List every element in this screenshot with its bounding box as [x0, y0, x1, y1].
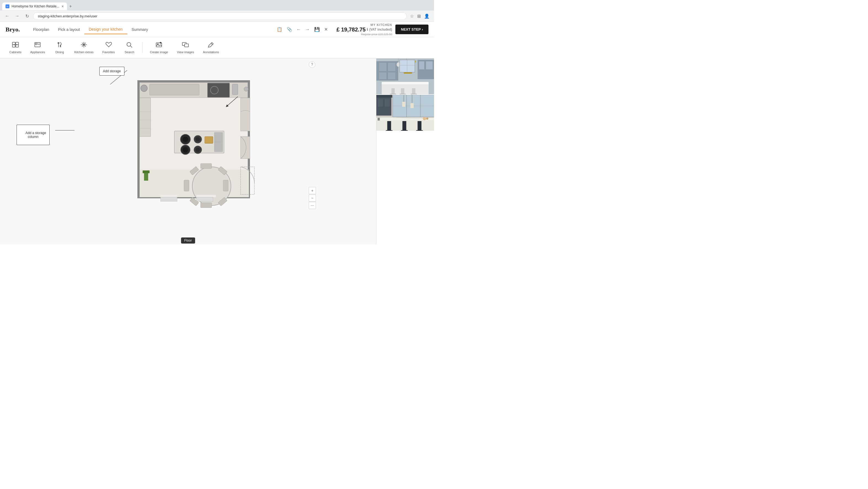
- kitchen-price-section: MY KITCHEN £ 19,782.75 ℹ (VAT included) …: [337, 23, 392, 36]
- svg-rect-111: [403, 121, 406, 131]
- svg-point-34: [141, 85, 147, 92]
- floorplan-container[interactable]: [133, 76, 266, 230]
- profile-icon[interactable]: 👤: [423, 12, 431, 20]
- add-storage-column-annotation: Add a storage column: [17, 125, 50, 145]
- svg-rect-62: [223, 180, 228, 191]
- toolbar-annotations[interactable]: Annotations: [199, 39, 223, 56]
- svg-point-5: [17, 44, 17, 45]
- svg-rect-83: [426, 61, 433, 69]
- toolbar-kitchen-extras[interactable]: Kitchen extras: [70, 39, 97, 56]
- add-storage-annotation: Add storage: [99, 67, 124, 75]
- forward-button[interactable]: →: [13, 12, 21, 20]
- svg-point-36: [244, 87, 248, 91]
- toolbar-dining[interactable]: Dining: [50, 39, 69, 56]
- svg-rect-77: [379, 72, 387, 79]
- floorplan-area[interactable]: Add storage Add a storage column: [0, 59, 376, 244]
- back-button[interactable]: ←: [3, 12, 11, 20]
- zoom-in-btn[interactable]: +: [309, 187, 316, 194]
- kitchen-extras-label: Kitchen extras: [74, 51, 94, 54]
- floor-label: Floor: [181, 237, 195, 243]
- svg-rect-90: [392, 88, 395, 94]
- svg-rect-59: [200, 164, 212, 168]
- tab-close-btn[interactable]: ×: [62, 4, 64, 8]
- svg-point-44: [183, 136, 188, 142]
- nav-floorplan[interactable]: Floorplan: [29, 25, 54, 34]
- nav-design-kitchen[interactable]: Design your kitchen: [85, 25, 127, 34]
- svg-rect-113: [418, 121, 422, 131]
- save-icon[interactable]: 💾: [313, 26, 321, 33]
- redo-icon[interactable]: →: [304, 26, 311, 33]
- svg-rect-31: [150, 84, 199, 95]
- regular-price: Regular price £20,325.50: [337, 33, 392, 36]
- toolbar-cabinets[interactable]: Cabinets: [5, 39, 25, 56]
- toolbar-view-images[interactable]: View images: [173, 39, 198, 56]
- svg-rect-84: [382, 83, 429, 94]
- kitchen-extras-icon: [81, 42, 87, 50]
- kitchen-price: £ 19,782.75 ℹ (VAT included): [337, 27, 392, 33]
- svg-rect-54: [241, 136, 250, 159]
- toolbar-create-image[interactable]: Create image: [146, 39, 172, 56]
- app-logo[interactable]: Bryo.: [5, 26, 20, 33]
- svg-point-46: [196, 137, 200, 141]
- regular-price-value: £20,325.50: [378, 33, 392, 36]
- view-images-icon: [182, 42, 189, 50]
- svg-rect-47: [205, 136, 213, 143]
- favorites-label: Favorites: [102, 51, 115, 54]
- svg-rect-57: [143, 170, 150, 173]
- zoom-fit-btn[interactable]: ⋯: [309, 202, 316, 209]
- toolbar: Cabinets Appliances Dining Kitchen extra…: [0, 37, 434, 59]
- svg-rect-70: [161, 197, 177, 201]
- svg-rect-60: [200, 203, 212, 208]
- reload-button[interactable]: ↻: [23, 12, 31, 20]
- next-step-button[interactable]: NEXT STEP ›: [395, 25, 429, 34]
- clipboard-icon[interactable]: 📎: [285, 26, 293, 33]
- note-icon[interactable]: 📋: [276, 26, 283, 33]
- svg-rect-85: [382, 82, 429, 84]
- svg-rect-82: [419, 61, 425, 69]
- view-images-label: View images: [177, 51, 194, 54]
- svg-rect-93: [400, 94, 406, 94]
- address-bar: ← → ↻ staging-kitchen.enterprise.by.me/u…: [0, 10, 434, 22]
- svg-point-87: [397, 62, 400, 67]
- kitchen-image-2[interactable]: [376, 95, 434, 131]
- toolbar-appliances[interactable]: Appliances: [26, 39, 49, 56]
- header-tool-icons: 📋 📎 ← → 💾 ✕: [276, 26, 329, 33]
- svg-rect-96: [400, 60, 415, 72]
- close-header-icon[interactable]: ✕: [323, 26, 329, 33]
- price-info-icon[interactable]: ℹ: [367, 28, 368, 31]
- svg-rect-41: [241, 98, 250, 131]
- svg-rect-71: [196, 197, 213, 201]
- extensions-icon[interactable]: ⊞: [416, 12, 422, 20]
- svg-point-4: [14, 44, 14, 45]
- svg-rect-105: [378, 99, 383, 107]
- toolbar-search[interactable]: Search: [120, 39, 139, 56]
- url-bar[interactable]: staging-kitchen.enterprise.by.me/user: [33, 12, 407, 20]
- svg-point-117: [426, 118, 429, 120]
- svg-point-18: [127, 42, 131, 46]
- svg-rect-106: [384, 99, 390, 107]
- undo-icon[interactable]: ←: [296, 26, 302, 33]
- browser-chrome: H Homebyme for Kitchen Retaile... × + ← …: [0, 0, 434, 22]
- favorites-icon: [105, 42, 112, 50]
- annotations-icon: [208, 42, 214, 50]
- new-tab-button[interactable]: +: [67, 2, 74, 10]
- toolbar-favorites[interactable]: Favorites: [98, 39, 119, 56]
- svg-rect-26: [185, 44, 188, 47]
- search-label: Search: [125, 51, 134, 54]
- dining-icon: [56, 42, 63, 50]
- active-tab[interactable]: H Homebyme for Kitchen Retaile... ×: [2, 2, 67, 10]
- vat-info: (VAT included): [369, 28, 392, 31]
- bookmark-star-icon[interactable]: ☆: [409, 12, 415, 20]
- right-sidebar: [376, 59, 434, 244]
- nav-summary[interactable]: Summary: [127, 25, 153, 34]
- search-icon: [126, 42, 133, 50]
- kitchen-image-1[interactable]: [376, 59, 434, 94]
- nav-pick-layout[interactable]: Pick a layout: [54, 25, 84, 34]
- view-toolbar: Floor ⊞ Floor view 👁 ⬡ 🖱 👆: [150, 237, 227, 244]
- svg-rect-109: [388, 121, 391, 131]
- kitchen-label: MY KITCHEN: [337, 23, 392, 27]
- svg-rect-122: [410, 103, 414, 108]
- help-button[interactable]: ?: [309, 61, 315, 68]
- zoom-out-btn[interactable]: −: [309, 194, 316, 202]
- svg-rect-7: [36, 43, 37, 45]
